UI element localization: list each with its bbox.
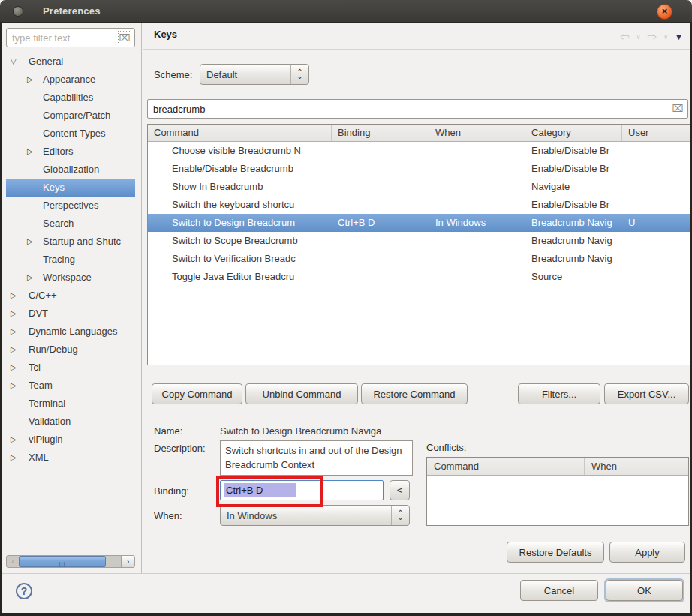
name-value: Switch to Design Breadcrumb Naviga xyxy=(220,425,412,437)
restore-command-button[interactable]: Restore Command xyxy=(361,383,468,404)
filters-button[interactable]: Filters... xyxy=(518,383,600,404)
sidebar-item-validation[interactable]: Validation xyxy=(6,413,135,431)
sidebar-item-team[interactable]: ▷Team xyxy=(6,377,135,395)
column-header-binding[interactable]: Binding xyxy=(332,125,429,141)
preferences-tree: ▽General ▷Appearance Capabilities Compar… xyxy=(6,53,135,467)
sidebar-item-capabilities[interactable]: Capabilities xyxy=(6,89,135,107)
sidebar-item-globalization[interactable]: Globalization xyxy=(6,161,135,179)
sidebar-item-appearance[interactable]: ▷Appearance xyxy=(6,71,135,89)
view-menu-icon[interactable]: ▼ xyxy=(675,32,683,41)
sidebar-item-c-cpp[interactable]: ▷C/C++ xyxy=(6,287,135,305)
back-menu-chevron-icon[interactable]: ∨ xyxy=(636,34,641,41)
sidebar-item-xml[interactable]: ▷XML xyxy=(6,449,135,467)
window-menu-icon[interactable] xyxy=(13,6,23,17)
tree-expanded-icon[interactable]: ▽ xyxy=(11,53,17,71)
command-search-input[interactable] xyxy=(147,99,688,119)
restore-defaults-button[interactable]: Restore Defaults xyxy=(507,542,604,563)
sidebar-item-content-types[interactable]: Content Types xyxy=(6,125,135,143)
tree-collapsed-icon[interactable]: ▷ xyxy=(11,287,17,305)
cell-category: Source xyxy=(525,268,622,286)
table-row-selected[interactable]: Switch to Design BreadcrumCtrl+B DIn Win… xyxy=(148,214,690,232)
clear-filter-icon[interactable]: ⌧ xyxy=(118,31,131,44)
sidebar-item-terminal[interactable]: Terminal xyxy=(6,395,135,413)
sidebar-item-dvt[interactable]: ▷DVT xyxy=(6,305,135,323)
tree-collapsed-icon[interactable]: ▷ xyxy=(11,431,17,449)
clear-search-icon[interactable]: ⌧ xyxy=(671,102,684,116)
sidebar-item-general[interactable]: ▽General xyxy=(6,53,135,71)
conflicts-table: Command When xyxy=(426,457,689,526)
column-header-command[interactable]: Command xyxy=(148,125,332,141)
sidebar-item-run-debug[interactable]: ▷Run/Debug xyxy=(6,341,135,359)
tree-collapsed-icon[interactable]: ▷ xyxy=(11,449,17,467)
capture-key-button[interactable]: < xyxy=(390,480,410,500)
tree-collapsed-icon[interactable]: ▷ xyxy=(11,341,17,359)
sidebar-item-perspectives[interactable]: Perspectives xyxy=(6,197,135,215)
table-row[interactable]: Show In BreadcrumbNavigate xyxy=(148,178,690,196)
cell-when: In Windows xyxy=(429,214,525,232)
conflicts-column-when[interactable]: When xyxy=(585,458,617,475)
sidebar-item-label: Run/Debug xyxy=(6,341,135,359)
close-button[interactable]: × xyxy=(657,4,672,20)
export-csv-button[interactable]: Export CSV... xyxy=(604,383,689,404)
tree-collapsed-icon[interactable]: ▷ xyxy=(27,71,33,89)
scroll-right-icon[interactable]: › xyxy=(121,556,134,567)
scrollbar-thumb[interactable]: ||| xyxy=(19,556,106,567)
table-row[interactable]: Choose visible Breadcrumb NEnable/Disabl… xyxy=(148,142,690,160)
column-header-category[interactable]: Category xyxy=(525,125,622,141)
unbind-command-button[interactable]: Unbind Command xyxy=(245,383,358,404)
footer-divider xyxy=(0,573,692,574)
cell-binding xyxy=(332,160,429,178)
sidebar-item-dynamic-languages[interactable]: ▷Dynamic Languages xyxy=(6,323,135,341)
sidebar-item-search[interactable]: Search xyxy=(6,215,135,233)
scrollbar-track[interactable] xyxy=(106,556,121,567)
tree-collapsed-icon[interactable]: ▷ xyxy=(11,305,17,323)
sidebar-item-tracing[interactable]: Tracing xyxy=(6,251,135,269)
cell-command: Switch to Scope Breadcrumb xyxy=(148,232,332,250)
table-row[interactable]: Toggle Java Editor BreadcruSource xyxy=(148,268,690,286)
forward-menu-chevron-icon[interactable]: ∨ xyxy=(663,34,668,41)
tree-collapsed-icon[interactable]: ▷ xyxy=(27,269,33,287)
sidebar-item-workspace[interactable]: ▷Workspace xyxy=(6,269,135,287)
filter-input[interactable] xyxy=(6,28,135,47)
tree-collapsed-icon[interactable]: ▷ xyxy=(11,359,17,377)
help-icon[interactable]: ? xyxy=(16,583,32,599)
sidebar-item-viplugin[interactable]: ▷viPlugin xyxy=(6,431,135,449)
forward-icon[interactable]: ⇨ xyxy=(648,30,657,44)
tree-collapsed-icon[interactable]: ▷ xyxy=(11,323,17,341)
sidebar-item-label: Terminal xyxy=(6,395,135,413)
cell-command: Choose visible Breadcrumb N xyxy=(148,142,332,160)
sidebar-item-startup-and-shutdown[interactable]: ▷Startup and Shutc xyxy=(6,233,135,251)
binding-value: Ctrl+B D xyxy=(224,483,296,497)
table-row[interactable]: Switch to Verification BreadcBreadcrumb … xyxy=(148,250,690,268)
sidebar-item-keys[interactable]: Keys xyxy=(6,179,135,197)
conflicts-column-command[interactable]: Command xyxy=(427,458,585,475)
sidebar-item-label: Tracing xyxy=(6,251,135,269)
scroll-left-icon[interactable]: ‹ xyxy=(7,556,19,567)
column-header-user[interactable]: User xyxy=(622,125,690,141)
sidebar-item-tcl[interactable]: ▷Tcl xyxy=(6,359,135,377)
sidebar-item-compare-patch[interactable]: Compare/Patch xyxy=(6,107,135,125)
window-border xyxy=(0,613,692,616)
tree-collapsed-icon[interactable]: ▷ xyxy=(11,377,17,395)
conflicts-label: Conflicts: xyxy=(426,442,466,453)
scheme-select[interactable]: Default ⌃⌄ xyxy=(200,64,309,85)
sidebar-item-label: Tcl xyxy=(6,359,135,377)
table-row[interactable]: Switch to Scope BreadcrumbBreadcrumb Nav… xyxy=(148,232,690,250)
copy-command-button[interactable]: Copy Command xyxy=(152,383,242,404)
tree-horizontal-scrollbar[interactable]: ‹ ||| › xyxy=(6,555,135,568)
apply-button[interactable]: Apply xyxy=(609,542,685,563)
cell-when xyxy=(429,178,525,196)
column-header-when[interactable]: When xyxy=(429,125,525,141)
tree-collapsed-icon[interactable]: ▷ xyxy=(27,233,33,251)
tree-collapsed-icon[interactable]: ▷ xyxy=(27,143,33,161)
cell-when xyxy=(429,142,525,160)
cancel-button[interactable]: Cancel xyxy=(520,580,598,601)
table-row[interactable]: Enable/Disable BreadcrumbEnable/Disable … xyxy=(148,160,690,178)
titlebar[interactable]: Preferences × xyxy=(0,0,692,23)
sidebar-item-editors[interactable]: ▷Editors xyxy=(6,143,135,161)
table-row[interactable]: Switch the keyboard shortcuEnable/Disabl… xyxy=(148,196,690,214)
ok-button[interactable]: OK xyxy=(606,580,683,601)
back-icon[interactable]: ⇦ xyxy=(620,30,630,44)
when-select[interactable]: In Windows ⌃⌄ xyxy=(220,505,410,526)
binding-input[interactable]: Ctrl+B D xyxy=(220,480,384,500)
